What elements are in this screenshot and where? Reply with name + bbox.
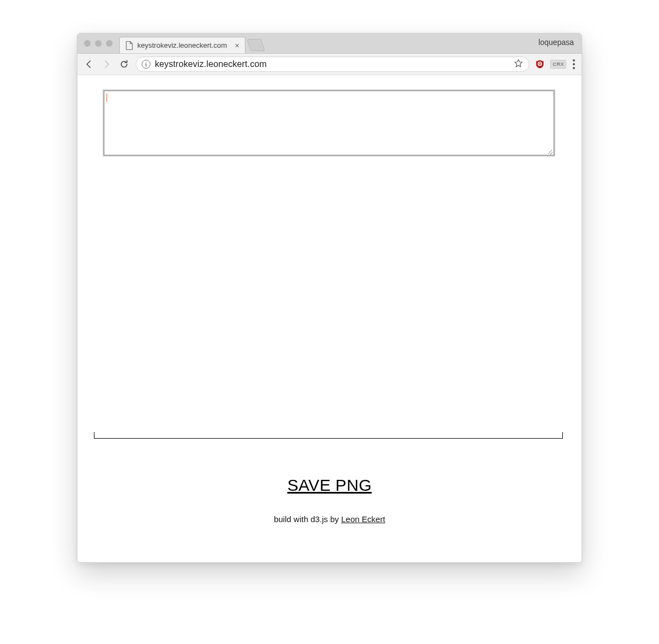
browser-window: keystrokeviz.leoneckert.com × loquepasa … [77, 33, 582, 563]
tab-title: keystrokeviz.leoneckert.com [137, 41, 231, 49]
window-zoom-dot[interactable] [106, 40, 113, 47]
profile-name[interactable]: loquepasa [538, 38, 574, 47]
credit-line: build with d3.js by Leon Eckert [77, 514, 582, 524]
site-info-icon[interactable]: i [142, 60, 150, 69]
svg-point-1 [539, 63, 540, 64]
reload-button[interactable] [118, 58, 130, 70]
visualization-axis [94, 432, 563, 439]
window-minimize-dot[interactable] [95, 40, 102, 47]
page-icon [125, 41, 133, 50]
page-viewport: SAVE PNG build with d3.js by Leon Eckert [77, 75, 582, 562]
window-close-dot[interactable] [84, 40, 91, 47]
forward-button[interactable] [100, 58, 113, 70]
tab-close-icon[interactable]: × [235, 42, 239, 49]
credit-author-link[interactable]: Leon Eckert [341, 514, 385, 524]
keystroke-textarea-container [104, 91, 554, 155]
save-png-link[interactable]: SAVE PNG [77, 476, 582, 495]
ublock-icon[interactable] [535, 59, 545, 69]
crx-extension-badge[interactable]: CRX [550, 60, 566, 69]
bookmark-star-icon[interactable] [513, 58, 523, 70]
back-button[interactable] [83, 58, 95, 70]
omnibox-right [513, 58, 523, 70]
toolbar: i keystrokeviz.leoneckert.com CRX [77, 53, 582, 75]
new-tab-button[interactable] [247, 39, 265, 51]
url-text: keystrokeviz.leoneckert.com [155, 59, 267, 69]
window-controls [82, 33, 119, 53]
keystroke-textarea[interactable] [104, 91, 554, 155]
browser-menu-icon[interactable] [572, 59, 576, 69]
tab-strip: keystrokeviz.leoneckert.com × loquepasa [77, 33, 582, 53]
browser-tab[interactable]: keystrokeviz.leoneckert.com × [119, 37, 245, 53]
credit-prefix: build with d3.js by [274, 514, 342, 524]
textarea-resize-grip-icon[interactable] [547, 148, 552, 154]
text-caret [107, 93, 107, 102]
omnibox[interactable]: i keystrokeviz.leoneckert.com [136, 57, 529, 72]
